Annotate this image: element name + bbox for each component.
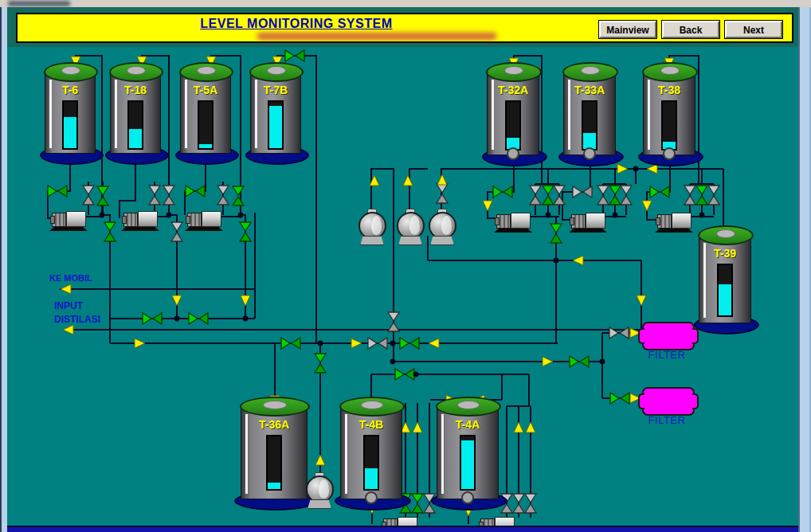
junction-dot (699, 213, 705, 218)
valve-green-vertical[interactable] (315, 354, 326, 373)
tank-t-33a[interactable]: T-33A (563, 70, 616, 162)
tank-top-cap (127, 66, 146, 75)
level-gauge (460, 435, 476, 491)
valve-green-horizontal[interactable] (493, 186, 512, 198)
pump-icon[interactable] (121, 209, 159, 231)
tank-t-39[interactable]: T-39 (699, 233, 751, 331)
process-diagram: T-6T-18T-5AT-7BT-32AT-33AT-38T-39T-36AT-… (0, 0, 811, 532)
valve-green-horizontal[interactable] (650, 186, 669, 198)
window-right-border (798, 0, 811, 532)
valve-gray-vertical[interactable] (708, 186, 719, 205)
valve-gray-vertical[interactable] (149, 186, 160, 205)
pump-icon[interactable] (655, 210, 693, 233)
window-bottom-border (0, 526, 811, 532)
valve-gray-vertical[interactable] (597, 186, 609, 205)
valve-gray-vertical[interactable] (83, 186, 94, 205)
valve-green-vertical[interactable] (104, 222, 116, 241)
pump-icon[interactable] (569, 210, 607, 233)
tank-t-4a[interactable]: T-4A (437, 405, 499, 507)
valve-green-horizontal[interactable] (281, 338, 300, 349)
valve-gray-vertical[interactable] (513, 494, 524, 513)
flow-arrow-up (437, 174, 447, 185)
valve-green-horizontal[interactable] (395, 369, 414, 380)
level-fill (199, 144, 212, 148)
tank-label: T-39 (699, 247, 751, 260)
valve-gray-vertical[interactable] (171, 222, 182, 241)
pump-icon[interactable] (185, 209, 223, 231)
filter-vessel (642, 387, 695, 416)
pipe (409, 169, 428, 209)
tank-t-18[interactable]: T-18 (110, 70, 161, 161)
flow-arrow-right (543, 357, 553, 366)
valve-green-horizontal[interactable] (400, 338, 419, 349)
ball-pump-ball (429, 212, 456, 240)
valve-green-horizontal[interactable] (610, 393, 629, 404)
tank-label: T-7B (250, 84, 301, 96)
valve-green-vertical[interactable] (233, 186, 244, 205)
valve-gray-vertical[interactable] (530, 186, 541, 205)
valve-gray-horizontal[interactable] (573, 186, 592, 198)
manhole-icon (507, 147, 519, 160)
ball-pump-icon[interactable] (357, 209, 386, 245)
valve-green-horizontal[interactable] (186, 186, 205, 197)
pump-icon[interactable] (494, 210, 532, 233)
tank-t-36a[interactable]: T-36A (241, 405, 308, 507)
valve-gray-vertical[interactable] (684, 186, 695, 205)
valve-green-horizontal[interactable] (143, 313, 162, 324)
flow-arrow-left (573, 256, 583, 265)
back-button[interactable]: Back (662, 21, 719, 38)
valve-gray-vertical[interactable] (437, 184, 448, 203)
level-gauge (717, 264, 733, 317)
valve-green-horizontal[interactable] (285, 50, 304, 61)
ball-pump-icon[interactable] (395, 209, 424, 245)
pipe (371, 169, 394, 362)
pump-motor (571, 214, 586, 229)
junction-dot (100, 213, 105, 218)
pump-body (66, 211, 86, 227)
tank-t-5a[interactable]: T-5A (180, 70, 231, 161)
next-button[interactable]: Next (725, 21, 782, 38)
valve-gray-vertical[interactable] (621, 186, 632, 205)
valve-gray-vertical[interactable] (217, 186, 229, 205)
valve-green-horizontal[interactable] (48, 186, 67, 197)
ball-pump-icon[interactable] (304, 472, 333, 509)
valve-green-vertical[interactable] (609, 186, 621, 205)
valve-green-horizontal[interactable] (189, 313, 208, 324)
valve-gray-vertical[interactable] (525, 494, 536, 513)
ball-pump-icon[interactable] (427, 209, 456, 245)
tank-t-38[interactable]: T-38 (643, 70, 695, 162)
pump-icon[interactable] (49, 209, 88, 231)
valve-gray-vertical[interactable] (163, 186, 174, 205)
ball-pump-foot (360, 236, 384, 245)
tank-top-cap (457, 401, 480, 409)
flow-arrow-up (403, 175, 413, 186)
valve-green-vertical[interactable] (550, 224, 562, 243)
tank-top-cap (660, 66, 680, 75)
level-fill (64, 117, 76, 148)
pump-body (202, 211, 221, 227)
tank-t-32a[interactable]: T-32A (487, 70, 539, 162)
header: LEVEL MONITORING SYSTEM Mainview Back Ne… (16, 13, 793, 43)
tank-t-6[interactable]: T-6 (45, 70, 96, 161)
tank-t-7b[interactable]: T-7B (250, 70, 301, 161)
valve-green-horizontal[interactable] (570, 356, 589, 367)
junction-dot (390, 359, 396, 365)
tank-label: T-18 (110, 84, 161, 96)
ball-pump-ball (306, 475, 334, 503)
valve-green-vertical[interactable] (543, 186, 554, 205)
tank-top-cap (61, 66, 80, 75)
tank-label: T-5A (180, 84, 231, 96)
tank-t-4b[interactable]: T-4B (340, 405, 402, 507)
valve-gray-vertical[interactable] (388, 312, 399, 331)
valve-green-vertical[interactable] (696, 186, 707, 205)
tank-label: T-36A (241, 418, 308, 431)
ball-pump-shine (319, 479, 329, 499)
level-gauge (62, 100, 78, 150)
valve-green-vertical[interactable] (412, 494, 423, 513)
valve-gray-horizontal[interactable] (368, 338, 387, 349)
valve-green-vertical[interactable] (97, 186, 108, 205)
level-gauge (661, 100, 677, 151)
valve-green-vertical[interactable] (240, 222, 251, 241)
mainview-button[interactable]: Mainview (599, 21, 656, 38)
level-fill (365, 468, 378, 489)
